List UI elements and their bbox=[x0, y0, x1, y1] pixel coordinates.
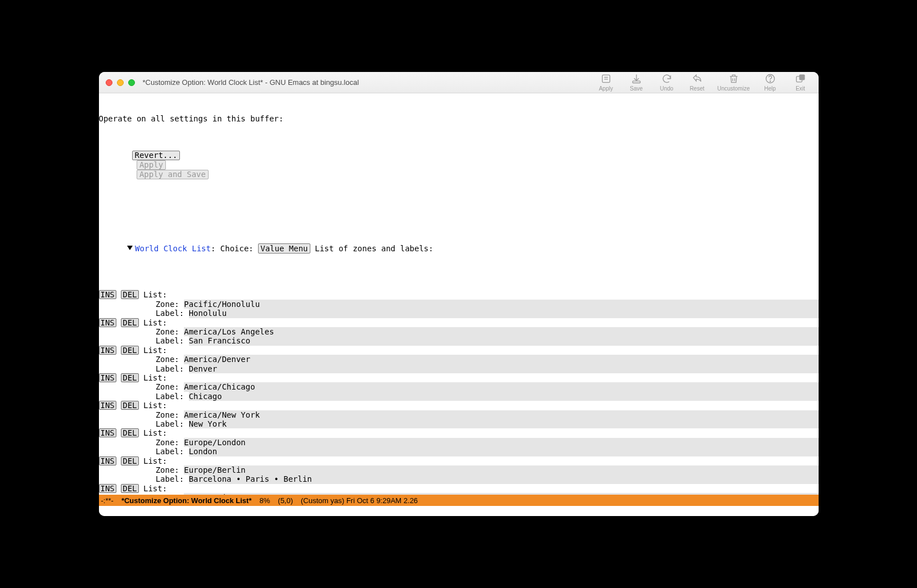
ins-button[interactable]: INS bbox=[99, 290, 116, 299]
svg-rect-5 bbox=[799, 75, 805, 80]
list-item: INS DEL List: Zone: America/Chicago Labe… bbox=[99, 373, 819, 401]
modeline-status: -:**- bbox=[101, 496, 114, 505]
svg-point-3 bbox=[770, 81, 770, 82]
revert-button[interactable]: Revert... bbox=[132, 151, 180, 160]
label-field[interactable]: San Francisco bbox=[189, 336, 819, 345]
option-name-link[interactable]: World Clock List bbox=[135, 244, 211, 253]
traffic-lights bbox=[106, 79, 135, 86]
label-field[interactable]: Honolulu bbox=[189, 309, 819, 318]
del-button[interactable]: DEL bbox=[121, 484, 138, 493]
list-item: INS DEL List: Zone: America/New_York Lab… bbox=[99, 401, 819, 428]
mode-line[interactable]: -:**- *Customize Option: World Clock Lis… bbox=[99, 495, 819, 506]
list-label: List: bbox=[143, 456, 167, 465]
del-button[interactable]: DEL bbox=[121, 401, 138, 410]
list-item: INS DEL List: Zone: Pacific/Honolulu Lab… bbox=[99, 290, 819, 318]
svg-rect-0 bbox=[602, 75, 609, 82]
list-label: List: bbox=[143, 290, 167, 299]
list-item: INS DEL List: Zone: America/Denver Label… bbox=[99, 346, 819, 373]
operate-header: Operate on all settings in this buffer: bbox=[99, 114, 819, 123]
zoom-window-button[interactable] bbox=[128, 79, 135, 86]
ins-button[interactable]: INS bbox=[99, 484, 116, 493]
label-field[interactable]: Chicago bbox=[189, 392, 819, 401]
ins-button[interactable]: INS bbox=[99, 318, 116, 327]
list-item: INS DEL List: Zone: America/Los_Angeles … bbox=[99, 318, 819, 346]
list-label: List: bbox=[143, 318, 167, 327]
ins-button[interactable]: INS bbox=[99, 456, 116, 465]
del-button[interactable]: DEL bbox=[121, 456, 138, 465]
zone-field[interactable]: America/Denver bbox=[184, 355, 818, 364]
window-title: *Customize Option: World Clock List* - G… bbox=[143, 78, 359, 87]
apply-and-save-button[interactable]: Apply and Save bbox=[137, 170, 209, 179]
zone-field[interactable]: Europe/Kiev bbox=[184, 493, 818, 495]
titlebar: *Customize Option: World Clock List* - G… bbox=[99, 72, 819, 93]
ins-button[interactable]: INS bbox=[99, 428, 116, 437]
zone-field[interactable]: America/Chicago bbox=[184, 382, 818, 391]
del-button[interactable]: DEL bbox=[121, 428, 138, 437]
modeline-right: (Custom yas) Fri Oct 6 9:29AM 2.26 bbox=[301, 496, 418, 505]
modeline-pct: 8% bbox=[260, 496, 270, 505]
zone-field[interactable]: America/Los_Angeles bbox=[184, 327, 818, 336]
value-menu-button[interactable]: Value Menu bbox=[258, 243, 310, 254]
del-button[interactable]: DEL bbox=[121, 318, 138, 327]
label-field[interactable]: Denver bbox=[189, 364, 819, 373]
del-button[interactable]: DEL bbox=[121, 290, 138, 299]
apply-icon bbox=[600, 73, 612, 84]
list-item: INS DEL List: Zone: Europe/Berlin Label:… bbox=[99, 456, 819, 484]
list-label: List: bbox=[143, 346, 167, 355]
zone-field[interactable]: Europe/Berlin bbox=[184, 465, 818, 474]
toolbar-save-button[interactable]: Save bbox=[626, 73, 647, 92]
toolbar-apply-button[interactable]: Apply bbox=[596, 73, 616, 92]
list-item: INS DEL List: Zone: Europe/London Label:… bbox=[99, 428, 819, 456]
toolbar-help-button[interactable]: Help bbox=[760, 73, 780, 92]
ins-button[interactable]: INS bbox=[99, 373, 116, 382]
zone-field[interactable]: Europe/London bbox=[184, 438, 818, 447]
label-field[interactable]: London bbox=[189, 447, 819, 456]
toolbar-exit-button[interactable]: Exit bbox=[790, 73, 811, 92]
svg-rect-1 bbox=[633, 81, 640, 83]
toolbar-uncustomize-button[interactable]: Uncustomize bbox=[717, 73, 750, 92]
emacs-window: *Customize Option: World Clock List* - G… bbox=[99, 72, 819, 516]
minibuffer[interactable] bbox=[99, 506, 819, 516]
label-field[interactable]: New York bbox=[189, 419, 819, 428]
label-field[interactable]: Barcelona • Paris • Berlin bbox=[189, 474, 819, 483]
apply-button[interactable]: Apply bbox=[137, 160, 166, 170]
reset-icon bbox=[692, 73, 703, 84]
list-label: List: bbox=[143, 484, 167, 493]
disclosure-triangle-icon[interactable] bbox=[127, 246, 133, 250]
ins-button[interactable]: INS bbox=[99, 346, 116, 355]
list-label: List: bbox=[143, 428, 167, 437]
modeline-buffer: *Customize Option: World Clock List* bbox=[121, 496, 252, 505]
buffer-content[interactable]: Operate on all settings in this buffer: … bbox=[99, 93, 819, 495]
del-button[interactable]: DEL bbox=[121, 346, 138, 355]
choice-label: Choice: bbox=[220, 244, 254, 253]
list-label: List: bbox=[143, 373, 167, 382]
toolbar-reset-button[interactable]: Reset bbox=[687, 73, 707, 92]
undo-icon bbox=[661, 73, 672, 84]
list-label: List: bbox=[143, 401, 167, 410]
trash-icon bbox=[728, 73, 739, 84]
close-window-button[interactable] bbox=[106, 79, 112, 86]
minimize-window-button[interactable] bbox=[117, 79, 124, 86]
ins-button[interactable]: INS bbox=[99, 401, 116, 410]
option-tail: List of zones and labels: bbox=[315, 244, 433, 253]
del-button[interactable]: DEL bbox=[121, 373, 138, 382]
toolbar: Apply Save Undo Reset Uncustomize Help bbox=[596, 73, 812, 92]
zone-field[interactable]: Pacific/Honolulu bbox=[184, 300, 818, 309]
save-icon bbox=[631, 73, 642, 84]
list-item: INS DEL List: Zone: Europe/Kiev Label: K… bbox=[99, 484, 819, 495]
zone-field[interactable]: America/New_York bbox=[184, 410, 818, 419]
exit-icon bbox=[795, 73, 806, 84]
toolbar-undo-button[interactable]: Undo bbox=[657, 73, 677, 92]
help-icon bbox=[765, 73, 776, 84]
modeline-pos: (5,0) bbox=[278, 496, 293, 505]
